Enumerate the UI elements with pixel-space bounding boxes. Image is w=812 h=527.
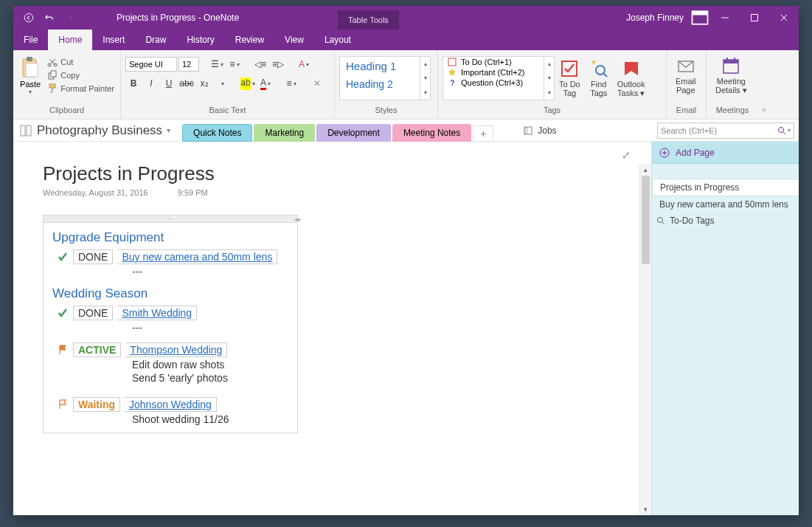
- font-size-select[interactable]: [178, 57, 199, 72]
- scroll-up-button[interactable]: ▴: [640, 164, 651, 176]
- note-drag-handle[interactable]: ◂▸: [44, 216, 297, 223]
- close-button[interactable]: [769, 6, 799, 30]
- section-tab-marketing[interactable]: Marketing: [254, 124, 315, 142]
- tab-history[interactable]: History: [176, 30, 224, 50]
- task-link[interactable]: Smith Wedding: [117, 306, 197, 320]
- section-heading[interactable]: Wedding Season: [52, 286, 288, 301]
- separator: ---: [132, 322, 288, 334]
- tag-important[interactable]: Important (Ctrl+2): [443, 67, 554, 78]
- jobs-link[interactable]: Jobs: [523, 125, 556, 136]
- section-heading[interactable]: Upgrade Equipment: [52, 230, 288, 245]
- task-link[interactable]: Johnson Wedding: [125, 397, 217, 412]
- task-link[interactable]: Buy new camera and 50mm lens: [117, 249, 277, 264]
- svg-text:?: ?: [450, 78, 455, 87]
- task-subtext[interactable]: Edit down raw shots: [132, 359, 288, 371]
- tab-insert[interactable]: Insert: [92, 30, 135, 50]
- note-container[interactable]: ◂▸ Upgrade EquipmentDONEBuy new camera a…: [43, 215, 298, 433]
- align-button[interactable]: ≡: [283, 75, 299, 92]
- scroll-thumb[interactable]: [642, 176, 650, 264]
- underline-button[interactable]: U: [161, 75, 177, 92]
- add-page-button[interactable]: Add Page: [652, 142, 799, 164]
- page-canvas[interactable]: ⤢ Projects in Progress Wednesday, August…: [13, 142, 651, 515]
- notebook-selector[interactable]: Photography Business ▾: [19, 123, 178, 138]
- tag-todo[interactable]: To Do (Ctrl+1): [443, 57, 554, 67]
- minimize-button[interactable]: [710, 6, 740, 30]
- italic-button[interactable]: I: [143, 75, 159, 92]
- tab-view[interactable]: View: [274, 30, 314, 50]
- separator: ---: [132, 266, 288, 278]
- status-cell[interactable]: ACTIVE: [73, 342, 121, 357]
- clear-format-button[interactable]: A: [296, 56, 312, 72]
- ribbon-display-button[interactable]: [690, 7, 710, 28]
- tags-down[interactable]: ▾: [544, 71, 554, 85]
- tags-up[interactable]: ▴: [544, 57, 554, 71]
- bold-button[interactable]: B: [125, 75, 142, 92]
- outdent-button[interactable]: ◁≡: [252, 56, 268, 72]
- font-name-select[interactable]: [125, 57, 177, 72]
- page-list-item[interactable]: Buy new camera and 50mm lens: [652, 196, 799, 213]
- bullets-button[interactable]: ☰: [209, 56, 225, 72]
- copy-button[interactable]: Copy: [46, 69, 116, 81]
- back-button[interactable]: [19, 8, 38, 27]
- task-subtext[interactable]: Shoot wedding 11/26: [132, 413, 288, 425]
- fullscreen-button[interactable]: ⤢: [622, 149, 631, 161]
- style-heading2[interactable]: Heading 2: [340, 75, 430, 93]
- subscript-menu[interactable]: [214, 75, 230, 92]
- format-painter-button[interactable]: Format Painter: [46, 83, 116, 94]
- collapse-ribbon-button[interactable]: ^: [758, 50, 770, 119]
- tags-more[interactable]: ▾: [544, 86, 554, 100]
- delete-button[interactable]: ✕: [309, 75, 325, 92]
- section-tab-quicknotes[interactable]: Quick Notes: [182, 124, 252, 142]
- font-color-button[interactable]: A: [257, 75, 274, 92]
- tab-file[interactable]: File: [13, 30, 48, 50]
- undo-button[interactable]: [40, 8, 59, 27]
- check-icon[interactable]: [57, 251, 69, 263]
- page-panel: Add Page Projects in ProgressBuy new cam…: [651, 142, 799, 515]
- task-row[interactable]: DONESmith Wedding: [57, 306, 288, 320]
- user-name[interactable]: Joseph Finney: [626, 13, 684, 23]
- status-cell[interactable]: Waiting: [73, 397, 120, 412]
- tab-review[interactable]: Review: [225, 30, 274, 50]
- task-row[interactable]: WaitingJohnson Wedding: [57, 397, 288, 412]
- tab-layout[interactable]: Layout: [314, 30, 361, 50]
- section-tab-development[interactable]: Development: [316, 124, 391, 142]
- add-section-button[interactable]: +: [473, 125, 493, 142]
- qat-customize[interactable]: [60, 8, 80, 27]
- subscript-button[interactable]: x₂: [196, 75, 212, 92]
- scroll-down-button[interactable]: ▾: [640, 503, 651, 515]
- svg-rect-18: [723, 60, 738, 63]
- highlight-button[interactable]: ab: [240, 75, 256, 92]
- maximize-button[interactable]: [740, 6, 769, 30]
- note-resize-handle[interactable]: ◂▸: [294, 216, 302, 223]
- styles-more[interactable]: ▾: [420, 86, 430, 100]
- search-input[interactable]: Search (Ctrl+E) ▾: [657, 123, 794, 139]
- style-heading1[interactable]: Heading 1: [340, 57, 430, 75]
- tab-home[interactable]: Home: [48, 30, 92, 50]
- group-label-basictext: Basic Text: [121, 106, 334, 117]
- cut-button[interactable]: Cut: [46, 56, 116, 68]
- page-list-item[interactable]: Projects in Progress: [652, 179, 799, 196]
- task-row[interactable]: ACTIVEThompson Wedding: [57, 342, 288, 357]
- status-cell[interactable]: DONE: [73, 249, 113, 264]
- document-title: Projects in Progress - OneNote: [117, 13, 239, 23]
- section-tab-meetingnotes[interactable]: Meeting Notes: [392, 124, 471, 142]
- styles-down[interactable]: ▾: [420, 71, 430, 85]
- styles-up[interactable]: ▴: [420, 57, 430, 71]
- strike-button[interactable]: abc: [178, 75, 195, 92]
- tab-draw[interactable]: Draw: [135, 30, 176, 50]
- styles-gallery[interactable]: Heading 1 Heading 2 ▴▾▾: [339, 56, 431, 100]
- task-row[interactable]: DONEBuy new camera and 50mm lens: [57, 249, 288, 264]
- flag-icon[interactable]: [57, 344, 69, 356]
- check-icon[interactable]: [57, 307, 69, 319]
- vertical-scrollbar[interactable]: ▴ ▾: [639, 164, 651, 515]
- status-cell[interactable]: DONE: [73, 306, 113, 320]
- tags-gallery[interactable]: To Do (Ctrl+1) Important (Ctrl+2) ?Quest…: [443, 56, 555, 100]
- numbering-button[interactable]: ≡: [226, 56, 243, 72]
- task-link[interactable]: Thompson Wedding: [125, 342, 227, 357]
- task-subtext[interactable]: Send 5 'early' photos: [132, 372, 288, 384]
- tag-question[interactable]: ?Question (Ctrl+3): [443, 78, 554, 88]
- page-list-item[interactable]: To-Do Tags: [652, 213, 799, 229]
- page-title[interactable]: Projects in Progress: [43, 162, 622, 185]
- indent-button[interactable]: ≡▷: [270, 56, 286, 72]
- flag-icon[interactable]: [57, 399, 69, 410]
